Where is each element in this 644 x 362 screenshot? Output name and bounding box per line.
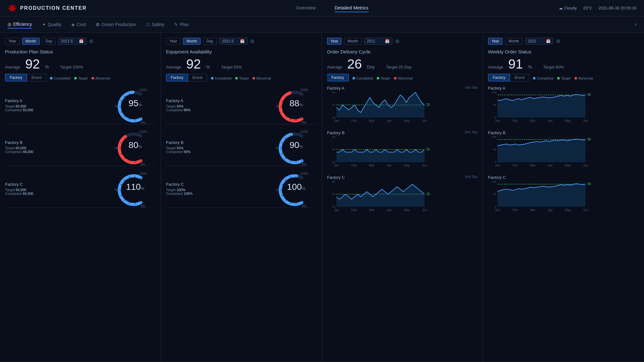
- factory-info: Factory BTarget 93%Completed 90%: [166, 140, 273, 154]
- factory-segment-button[interactable]: Factory: [5, 74, 27, 81]
- line-chart: JanFebMarAprMayJun 100 50 0 90: [497, 137, 639, 169]
- tab-arrow-icon[interactable]: ›: [635, 21, 636, 28]
- tab-bar: ◎ Efficiency ✦ Quality ◈ Cost ✿ Green Pr…: [0, 16, 644, 33]
- factory-segment-button[interactable]: Factory: [327, 74, 349, 81]
- svg-text:0: 0: [495, 205, 496, 208]
- svg-text:Mar: Mar: [530, 164, 536, 167]
- factory-info: Factory BTarget 60,000Completed 48,000: [5, 140, 112, 154]
- tab-plan[interactable]: ✎ Plan: [174, 21, 189, 28]
- svg-text:110%: 110%: [139, 172, 147, 175]
- brand-segment-button[interactable]: Brand: [510, 74, 529, 81]
- day-button[interactable]: Day: [42, 38, 56, 45]
- factory-target: Target 93%: [166, 146, 273, 150]
- svg-line-37: [135, 202, 135, 204]
- brand-segment-button[interactable]: Brand: [27, 74, 46, 81]
- svg-text:55%: 55%: [276, 188, 279, 192]
- year-button[interactable]: Year: [327, 38, 341, 45]
- brand-segment-button[interactable]: Brand: [188, 74, 207, 81]
- svg-text:55%: 55%: [115, 146, 118, 150]
- nav-overview[interactable]: Overview: [296, 4, 316, 12]
- settings-icon[interactable]: ⚙: [250, 38, 254, 44]
- day-button[interactable]: Day: [203, 38, 217, 45]
- gauge-value: 80%: [129, 140, 142, 150]
- svg-line-31: [135, 134, 135, 136]
- gauge-chart: 0% 110% 55% 80%: [115, 129, 156, 164]
- svg-text:25: 25: [332, 193, 335, 196]
- average-value: 91: [508, 58, 523, 71]
- factory-name: Factory A: [5, 98, 112, 103]
- svg-text:Apr: Apr: [548, 164, 553, 167]
- svg-line-79: [296, 202, 296, 204]
- svg-text:0%: 0%: [302, 121, 307, 124]
- svg-text:May: May: [404, 164, 410, 167]
- line-chart: JanFebMarAprMayJun 100 50 0 90: [497, 92, 639, 125]
- panel-title: Weekly Order Status: [488, 49, 639, 54]
- target-text: Target 90%: [543, 65, 564, 69]
- tab-quality[interactable]: ✦ Quality: [42, 21, 62, 28]
- line-chart: JanFebMarAprMayJun 100 50 0 90: [497, 182, 639, 214]
- svg-text:55%: 55%: [276, 146, 279, 150]
- factory-segment-button[interactable]: Factory: [488, 74, 510, 81]
- weather-info: ☁ Cloudy: [559, 6, 577, 10]
- svg-text:90: 90: [587, 93, 591, 96]
- svg-text:100: 100: [491, 135, 496, 139]
- panel-controls-row: YearMonthDay2021-5📅⚙: [166, 38, 317, 45]
- factory-segment-button[interactable]: Factory: [166, 74, 188, 81]
- svg-line-23: [135, 161, 135, 162]
- green-icon: ✿: [96, 22, 100, 27]
- factory-gauge-row-2: Factory CTarget 60,000Completed 66,000 0…: [5, 169, 156, 208]
- factory-name-label: Factory C: [327, 175, 345, 180]
- legend-item-completed: Completed: [353, 76, 373, 80]
- svg-text:Apr: Apr: [387, 208, 392, 212]
- segmented-control-row: FactoryBrandCompletedTargetAbnormal: [5, 74, 156, 83]
- legend-item-abnormal: Abnormal: [394, 76, 413, 80]
- tab-safety[interactable]: ⬡ Safety: [146, 21, 164, 28]
- average-row: Average 92 % Target 100%: [5, 58, 156, 71]
- year-button[interactable]: Year: [488, 38, 502, 45]
- settings-icon[interactable]: ⚙: [395, 38, 399, 44]
- gauge-chart: 0% 110% 55% 90%: [276, 129, 317, 164]
- svg-text:30: 30: [332, 91, 335, 94]
- factory-chart-row-1: Factory BUnit: Day JanFebMarAprMayJun 30…: [327, 130, 478, 169]
- date-picker[interactable]: 2021-5📅: [58, 38, 86, 45]
- year-button[interactable]: Year: [5, 38, 19, 45]
- date-picker[interactable]: 2021-5📅: [219, 38, 247, 45]
- legend-item-target: Target: [557, 76, 571, 80]
- year-button[interactable]: Year: [166, 38, 180, 45]
- svg-text:Jun: Jun: [583, 119, 588, 123]
- segmented-buttons: Factory: [327, 74, 349, 81]
- factory-info: Factory CTarget 60,000Completed 66,000: [5, 182, 112, 195]
- date-picker[interactable]: 2021📅: [364, 38, 392, 45]
- svg-marker-137: [497, 94, 586, 118]
- svg-text:Mar: Mar: [530, 208, 536, 212]
- tab-efficiency[interactable]: ◎ Efficiency: [8, 20, 32, 29]
- factory-name-label: Factory B: [488, 130, 506, 135]
- average-row: Average 92 % Target 93%: [166, 58, 317, 71]
- svg-text:Jan: Jan: [334, 208, 339, 212]
- panel-controls-row: YearMonthDay2021-5📅⚙: [5, 38, 156, 45]
- average-label: Average: [166, 65, 181, 69]
- svg-text:Feb: Feb: [351, 119, 357, 123]
- tab-cost[interactable]: ◈ Cost: [71, 21, 86, 28]
- tab-green-production[interactable]: ✿ Green Production: [96, 21, 136, 28]
- legend-item-completed: Completed: [211, 76, 231, 80]
- factory-info: Factory ATarget 60,000Completed 55,000: [5, 98, 112, 112]
- month-button[interactable]: Month: [344, 38, 361, 45]
- svg-text:0%: 0%: [141, 121, 146, 124]
- factory-completed: Completed 48,000: [5, 150, 112, 154]
- settings-icon[interactable]: ⚙: [556, 38, 560, 44]
- svg-text:May: May: [565, 164, 571, 167]
- month-button[interactable]: Month: [22, 38, 39, 45]
- nav-detailed-metrics[interactable]: Detailed Metrics: [335, 4, 369, 12]
- month-button[interactable]: Month: [183, 38, 200, 45]
- month-button[interactable]: Month: [505, 38, 522, 45]
- svg-text:55%: 55%: [115, 188, 118, 192]
- panel-order-delivery: YearMonth2021📅⚙Order Delivery Cycle Aver…: [322, 33, 483, 362]
- settings-icon[interactable]: ⚙: [89, 38, 93, 44]
- date-picker[interactable]: 2021📅: [525, 38, 553, 45]
- nav-links: Overview Detailed Metrics: [106, 4, 559, 12]
- svg-text:20: 20: [332, 116, 335, 119]
- efficiency-icon: ◎: [8, 22, 11, 27]
- factory-target: Target 60,000: [5, 104, 112, 108]
- factory-chart-row-1: Factory B JanFebMarAprMayJun 100 50 0 90: [488, 130, 639, 169]
